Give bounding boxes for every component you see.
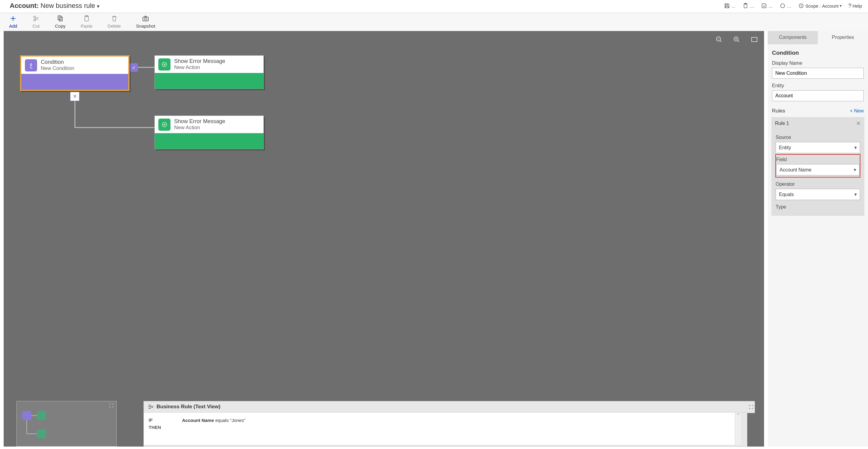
help-label: Help <box>852 3 862 8</box>
svg-point-17 <box>151 406 153 408</box>
title-bar: Account: New business rule ▾ … … … … Sco… <box>0 0 868 13</box>
properties-panel: Components Properties Condition Display … <box>768 31 868 447</box>
tab-properties[interactable]: Properties <box>818 31 868 44</box>
validate-button[interactable]: … <box>761 3 773 9</box>
zoom-out-button[interactable] <box>715 36 723 44</box>
svg-point-2 <box>780 4 784 8</box>
plus-icon <box>9 15 17 22</box>
main-area: ✓ ✕ Condition New Condition <box>0 31 868 447</box>
node-title: Condition <box>41 59 74 65</box>
node-subtitle: New Condition <box>41 65 74 71</box>
field-select[interactable]: Account Name▾ <box>776 164 860 175</box>
trash-icon <box>111 15 118 22</box>
svg-rect-7 <box>59 17 62 21</box>
entity-input[interactable] <box>772 90 864 101</box>
minimap-line <box>31 415 37 416</box>
minimap-node <box>37 411 46 420</box>
clipboard-icon <box>742 3 749 9</box>
entity-label: Entity <box>772 83 864 88</box>
source-label: Source <box>776 135 860 140</box>
snapshot-button[interactable]: Snapshot <box>136 15 155 29</box>
type-label: Type <box>776 204 860 210</box>
rule-close-button[interactable]: ✕ <box>856 120 861 127</box>
display-name-label: Display Name <box>772 60 864 66</box>
delete-button[interactable]: Delete <box>107 15 121 29</box>
connector-false-badge: ✕ <box>70 92 79 101</box>
cut-button[interactable]: Cut <box>33 15 40 29</box>
zoom-in-button[interactable] <box>733 36 740 44</box>
rule-title: Rule 1 <box>775 121 789 126</box>
then-keyword: THEN <box>149 425 161 430</box>
minimap[interactable]: ⛶ <box>17 401 117 447</box>
copy-icon <box>57 15 64 22</box>
node-strip <box>155 133 264 149</box>
scope-selector[interactable]: Scope : Account ▾ <box>798 3 842 9</box>
question-icon: ? <box>848 3 851 9</box>
if-keyword: IF <box>149 417 153 423</box>
save-icon <box>724 3 730 9</box>
field-highlight: Field Account Name▾ <box>776 154 860 177</box>
node-title: Show Error Message <box>174 58 225 64</box>
scroll-up-icon[interactable]: ˄ <box>735 413 741 419</box>
circle-icon <box>780 3 786 9</box>
canvas-controls <box>715 36 758 44</box>
paste-icon <box>83 15 90 22</box>
action-node[interactable]: Show Error Message New Action <box>154 55 264 89</box>
minimap-expand-icon[interactable]: ⛶ <box>109 403 113 408</box>
entity-prefix: Account: <box>10 2 39 10</box>
node-subtitle: New Action <box>174 64 225 70</box>
field-label: Field <box>776 157 860 162</box>
minimap-line <box>26 433 37 434</box>
copy-button[interactable]: Copy <box>55 15 66 29</box>
camera-icon <box>142 15 149 22</box>
scope-value: Account <box>822 3 839 8</box>
condition-text: Account Name equals "Jones" <box>182 418 735 423</box>
help-button[interactable]: ? Help <box>848 3 862 9</box>
node-strip <box>155 73 264 89</box>
save-button[interactable]: … <box>724 3 736 9</box>
paste-button[interactable]: Paste <box>81 15 92 29</box>
display-name-input[interactable] <box>772 68 864 79</box>
connector-line <box>74 127 154 128</box>
list-settings-icon <box>147 404 153 410</box>
condition-icon <box>25 59 37 71</box>
scope-label: Scope : <box>805 3 821 8</box>
chevron-down-icon: ▾ <box>854 191 857 197</box>
operator-select[interactable]: Equals▾ <box>776 189 860 200</box>
properties-section-title: Condition <box>772 50 864 56</box>
minimap-line <box>26 420 27 433</box>
new-rule-button[interactable]: + New <box>850 108 864 114</box>
svg-rect-14 <box>752 37 757 42</box>
add-button[interactable]: Add <box>9 15 17 29</box>
source-select[interactable]: Entity▾ <box>776 142 860 153</box>
toolbar: Add Cut Copy Paste Delete Snapshot <box>0 13 868 31</box>
text-view-expand-button[interactable]: ⛶ <box>747 401 755 413</box>
action-node[interactable]: Show Error Message New Action <box>154 116 264 149</box>
condition-node[interactable]: Condition New Condition <box>20 55 129 91</box>
minimap-node <box>22 411 31 420</box>
text-view-body: IF Account Name equals "Jones" THEN ˄ <box>144 413 741 445</box>
tab-components[interactable]: Components <box>768 31 818 44</box>
designer-canvas[interactable]: ✓ ✕ Condition New Condition <box>4 31 764 447</box>
node-title: Show Error Message <box>174 118 225 125</box>
scissors-icon <box>33 15 40 22</box>
text-view-panel: ⛶ Business Rule (Text View) IF Account N… <box>144 401 747 447</box>
operator-label: Operator <box>776 181 860 187</box>
rule-title-dropdown[interactable]: Account: New business rule ▾ <box>10 2 99 10</box>
title-actions: … … … … Scope : Account ▾ ? Help <box>724 3 862 9</box>
scope-icon <box>798 3 804 9</box>
fit-screen-button[interactable] <box>751 36 758 44</box>
rules-heading: Rules <box>772 108 785 114</box>
node-strip <box>21 74 128 90</box>
activate-button[interactable]: … <box>780 3 792 9</box>
connector-true-badge: ✓ <box>129 63 138 72</box>
rule-name: New business rule <box>40 2 95 10</box>
svg-point-11 <box>144 18 147 20</box>
node-subtitle: New Action <box>174 125 225 131</box>
error-message-icon <box>158 58 170 70</box>
text-view-scrollbar[interactable]: ˄ <box>735 413 741 445</box>
save-as-button[interactable]: … <box>742 3 754 9</box>
svg-rect-6 <box>58 16 61 20</box>
chevron-down-icon: ▾ <box>854 145 857 150</box>
chevron-down-icon: ▾ <box>840 4 842 8</box>
